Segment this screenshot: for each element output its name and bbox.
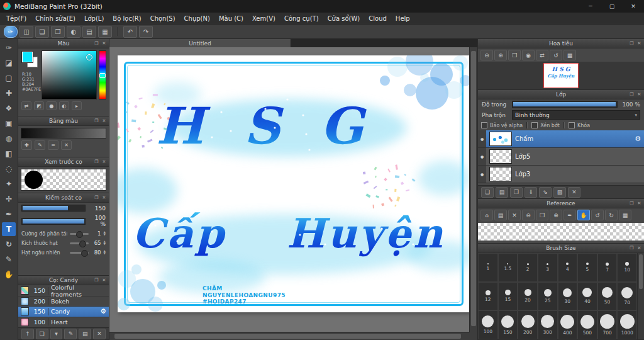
transform-tool[interactable]: ❖: [2, 101, 16, 115]
canvas-page[interactable]: H S G Cấp Huyện CHĂM NGUYENLEHOANGNU975 …: [118, 55, 470, 312]
delete-brush-icon[interactable]: ✕: [93, 329, 106, 339]
blend-mode-select[interactable]: Bình thường ▾: [512, 110, 640, 120]
fill-layer-icon[interactable]: ▨: [553, 187, 566, 198]
layer-row-cham[interactable]: ● Chấm ⚙: [478, 130, 644, 148]
particle-size-knob[interactable]: [79, 241, 86, 247]
brush-opacity-slider[interactable]: [21, 218, 86, 225]
scatter-strength-knob[interactable]: [76, 231, 83, 238]
reference-preview-area[interactable]: [478, 223, 644, 241]
select-lasso-tool[interactable]: ◌: [2, 162, 16, 176]
brush-size-scrollbar[interactable]: [637, 253, 644, 339]
close-icon[interactable]: ✕: [101, 118, 107, 124]
canvas-horizontal-scrollbar[interactable]: [109, 332, 470, 340]
comment-icon[interactable]: ❐: [51, 26, 65, 38]
brush-size-cell[interactable]: 400: [558, 310, 578, 339]
brush-size-scroll-thumb[interactable]: [639, 254, 643, 289]
menu-item-chup[interactable]: Chụp(N): [180, 15, 214, 22]
brush-size-cell[interactable]: 50: [597, 282, 618, 311]
ref-close-icon[interactable]: ✕: [508, 210, 521, 220]
close-icon[interactable]: ✕: [623, 0, 644, 13]
home-icon[interactable]: ⌂: [480, 210, 493, 220]
ref-grid-icon[interactable]: ▦: [619, 210, 631, 220]
new-brush-icon[interactable]: ❏: [36, 329, 48, 339]
brush-size-cell[interactable]: 700: [597, 310, 618, 339]
brush-item-colorful-fragments[interactable]: 150 Colorful fragments: [18, 285, 109, 297]
saturation-value-picker[interactable]: [42, 50, 97, 99]
horizontal-scroll-thumb[interactable]: [114, 334, 461, 339]
delete-layer-icon[interactable]: ✕: [568, 187, 580, 198]
menu-item-mau[interactable]: Màu (C): [214, 15, 248, 22]
close-icon[interactable]: ✕: [636, 91, 642, 98]
popout-icon[interactable]: ❐: [629, 200, 635, 207]
brush-folder-icon[interactable]: ▤: [79, 329, 91, 339]
brush-size-cell[interactable]: 15: [498, 282, 518, 311]
ref-zoom-out-icon[interactable]: ⊖: [522, 210, 535, 220]
actual-size-icon[interactable]: ◉: [522, 50, 535, 60]
move-tool[interactable]: ✚: [2, 86, 16, 100]
particle-random-knob[interactable]: [81, 250, 88, 257]
brush-size-cell[interactable]: 10: [617, 253, 637, 282]
canvas-workspace[interactable]: H S G Cấp Huyện CHĂM NGUYENLEHOANGNU975 …: [109, 47, 470, 332]
menu-item-lop[interactable]: Lớp(L): [80, 15, 108, 22]
maximize-icon[interactable]: ▢: [601, 0, 623, 13]
material-panel-icon[interactable]: ▤: [82, 26, 96, 38]
particle-random-slider[interactable]: [70, 252, 89, 254]
brush-item-bokeh[interactable]: 200 Bokeh: [18, 297, 109, 307]
zoom-out-icon[interactable]: ⊖: [480, 50, 493, 60]
particle-size-slider[interactable]: [70, 242, 89, 244]
menu-item-chon[interactable]: Chọn(S): [146, 15, 180, 22]
particle-random-stepper-icons[interactable]: ▲▼: [104, 250, 106, 255]
canvas-tab[interactable]: Untitled: [109, 39, 291, 47]
brush-size-cell[interactable]: 4: [558, 253, 578, 282]
save-icon[interactable]: ◫: [19, 26, 33, 38]
popout-icon[interactable]: ❐: [94, 118, 99, 124]
brush-size-cell[interactable]: 5: [577, 253, 597, 282]
vertical-scroll-thumb[interactable]: [471, 51, 476, 326]
grid-icon[interactable]: ▦: [564, 50, 576, 60]
redo-icon[interactable]: ↷: [139, 26, 153, 38]
gradient-tool[interactable]: ◧: [2, 147, 16, 161]
new-brush-menu-icon[interactable]: ▾: [50, 329, 63, 339]
bucket-tool[interactable]: ◍: [2, 132, 16, 145]
menu-item-help[interactable]: Help: [391, 15, 414, 22]
layer-visibility-icon[interactable]: ●: [478, 148, 486, 165]
lock-checkbox[interactable]: [569, 122, 575, 128]
menu-item-chinh-sua[interactable]: Chỉnh sửa(E): [31, 15, 80, 22]
hand-icon[interactable]: ✋: [577, 210, 590, 220]
brush-up-icon[interactable]: ↑: [21, 329, 34, 339]
popout-icon[interactable]: ❐: [629, 245, 635, 251]
menu-arrow-icon[interactable]: ▸: [72, 101, 82, 110]
palette-color-bar[interactable]: [21, 128, 106, 139]
brush-item-candy[interactable]: 150 Candy ⚙: [18, 307, 109, 317]
menu-icon[interactable]: ≡: [48, 140, 58, 150]
edit-brush-icon[interactable]: ✎: [64, 329, 77, 339]
hsv-dot-icon[interactable]: ●: [47, 101, 57, 110]
clipping-checkbox[interactable]: [531, 122, 538, 128]
hue-cursor[interactable]: [99, 73, 106, 78]
foreground-color-swatch[interactable]: [22, 52, 33, 62]
pan-tool[interactable]: ✋: [2, 268, 16, 281]
popout-icon[interactable]: ❐: [629, 91, 635, 98]
zoom-in-icon[interactable]: ⊕: [494, 50, 507, 60]
brush-size-cell[interactable]: 70: [617, 282, 637, 311]
ref-zoom-in-icon[interactable]: ⊕: [550, 210, 562, 220]
layout-grid-icon[interactable]: ▦: [98, 26, 112, 38]
menu-item-bo-loc[interactable]: Bộ lọc(R): [108, 15, 145, 22]
shape-brush-tool[interactable]: ▣: [2, 116, 16, 130]
rotate-reset-icon[interactable]: ↺: [550, 50, 562, 60]
magic-wand-tool[interactable]: ✦: [2, 177, 16, 191]
popout-icon[interactable]: ❐: [94, 159, 99, 165]
merge-down-icon[interactable]: ⇓: [525, 187, 537, 198]
rgb-dot-icon[interactable]: ◐: [59, 101, 69, 110]
edit-color-icon[interactable]: ✎: [35, 140, 45, 150]
layer-row-lop3[interactable]: ● Lớp3: [478, 166, 644, 183]
scatter-strength-slider[interactable]: [70, 233, 89, 235]
brush-size-cell[interactable]: 1.5: [498, 253, 518, 282]
brush-select-icon[interactable]: ✑: [4, 26, 18, 38]
ref-eyedropper-icon[interactable]: ✒: [564, 210, 576, 220]
hue-slider[interactable]: [99, 50, 106, 99]
layer-visibility-icon[interactable]: ●: [478, 166, 486, 183]
new-layer-icon[interactable]: ❏: [481, 187, 494, 198]
brush-size-cell[interactable]: 2: [518, 253, 538, 282]
chat-icon[interactable]: ❏: [35, 26, 49, 38]
